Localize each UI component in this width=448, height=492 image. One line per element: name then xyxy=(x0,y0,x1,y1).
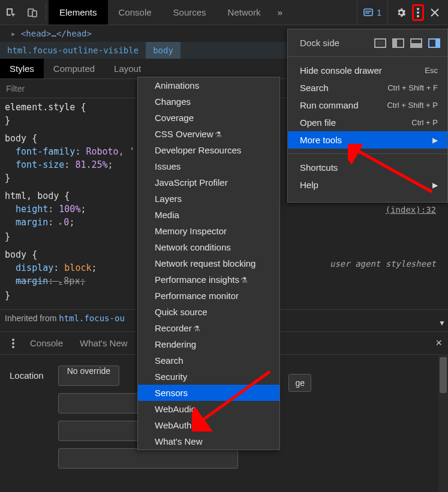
devtools-main-menu: Dock side Hide console drawerEsc SearchC… xyxy=(287,29,448,203)
user-agent-stylesheet-label: user agent stylesheet xyxy=(330,259,436,268)
submenu-item-memory-inspector[interactable]: Memory Inspector xyxy=(138,223,279,239)
svg-rect-3 xyxy=(365,11,371,12)
submenu-item-media[interactable]: Media xyxy=(138,207,279,223)
tab-styles[interactable]: Styles xyxy=(0,59,44,79)
scroll-down-icon[interactable]: ▼ xyxy=(438,319,446,327)
dock-bottom-icon[interactable] xyxy=(410,38,422,48)
kebab-menu-icon[interactable] xyxy=(416,7,420,18)
kebab-menu-highlight xyxy=(412,4,424,21)
submenu-item-quick-source[interactable]: Quick source xyxy=(138,304,279,320)
submenu-item-search[interactable]: Search xyxy=(138,352,279,369)
submenu-item-animations[interactable]: Animations xyxy=(138,77,279,93)
tab-sources[interactable]: Sources xyxy=(163,0,217,25)
breadcrumb-item[interactable]: html.focus-outline-visible xyxy=(0,42,146,59)
menu-help[interactable]: Help▶ xyxy=(288,176,447,194)
dock-left-icon[interactable] xyxy=(392,38,404,48)
source-link[interactable]: (index):32 xyxy=(386,205,436,215)
location-override-select[interactable]: No override xyxy=(58,366,119,386)
submenu-item-css-overview[interactable]: CSS Overview⚗ xyxy=(138,126,279,142)
settings-gear-icon[interactable] xyxy=(390,0,412,25)
menu-shortcuts[interactable]: Shortcuts xyxy=(288,159,447,176)
drawer-scroll-thumb[interactable] xyxy=(440,357,447,393)
submenu-item-webauthn[interactable]: WebAuthn xyxy=(138,417,279,433)
svg-point-5 xyxy=(417,8,419,10)
timezone-input[interactable] xyxy=(58,448,238,469)
experiment-flask-icon: ⚗ xyxy=(193,324,200,333)
device-toggle-icon[interactable] xyxy=(22,0,43,25)
dock-side-row: Dock side xyxy=(288,34,447,52)
drawer-kebab-icon[interactable] xyxy=(5,339,22,348)
submenu-item-network-request-blocking[interactable]: Network request blocking xyxy=(138,255,279,271)
drawer-tab-console[interactable]: Console xyxy=(22,338,71,348)
svg-rect-4 xyxy=(365,13,369,14)
menu-search[interactable]: SearchCtrl + Shift + F xyxy=(288,79,447,96)
submenu-item-security[interactable]: Security xyxy=(138,369,279,385)
drawer-close-icon[interactable]: × xyxy=(435,337,442,349)
dock-right-icon[interactable] xyxy=(428,38,440,48)
submenu-item-webaudio[interactable]: WebAudio xyxy=(138,401,279,417)
svg-rect-2 xyxy=(364,9,372,16)
issues-counter[interactable]: 1 xyxy=(357,0,388,25)
devtools-toolbar: Elements Console Sources Network » 1 xyxy=(0,0,448,25)
tab-layout[interactable]: Layout xyxy=(104,59,151,79)
manage-button-fragment[interactable]: ge xyxy=(288,374,311,392)
tab-elements[interactable]: Elements xyxy=(49,0,108,25)
submenu-item-javascript-profiler[interactable]: JavaScript Profiler xyxy=(138,174,279,191)
svg-point-7 xyxy=(417,15,419,17)
inspect-icon[interactable] xyxy=(0,0,22,25)
submenu-item-sensors[interactable]: Sensors xyxy=(138,385,279,401)
submenu-item-what-s-new[interactable]: What's New xyxy=(138,433,279,449)
dock-undock-icon[interactable] xyxy=(374,38,386,48)
tabs-overflow-icon[interactable]: » xyxy=(272,0,288,25)
submenu-item-recorder[interactable]: Recorder⚗ xyxy=(138,320,279,336)
breadcrumb-item[interactable]: body xyxy=(146,42,181,59)
close-devtools-icon[interactable] xyxy=(424,0,446,25)
svg-point-6 xyxy=(417,11,419,14)
submenu-item-rendering[interactable]: Rendering xyxy=(138,336,279,352)
submenu-item-coverage[interactable]: Coverage xyxy=(138,110,279,126)
submenu-item-layers[interactable]: Layers xyxy=(138,191,279,207)
drawer-tab-whatsnew[interactable]: What's New xyxy=(71,338,136,348)
submenu-item-performance-insights[interactable]: Performance insights⚗ xyxy=(138,271,279,288)
menu-run-command[interactable]: Run commandCtrl + Shift + P xyxy=(288,96,447,114)
tab-console[interactable]: Console xyxy=(108,0,163,25)
submenu-item-changes[interactable]: Changes xyxy=(138,93,279,110)
submenu-item-network-conditions[interactable]: Network conditions xyxy=(138,239,279,255)
menu-more-tools[interactable]: More tools▶ xyxy=(288,131,447,149)
tab-network[interactable]: Network xyxy=(217,0,272,25)
dock-side-label: Dock side xyxy=(300,38,339,48)
more-tools-submenu: AnimationsChangesCoverageCSS Overview⚗De… xyxy=(137,77,280,450)
submenu-item-developer-resources[interactable]: Developer Resources xyxy=(138,142,279,158)
svg-point-8 xyxy=(12,339,14,341)
svg-point-10 xyxy=(12,346,14,348)
submenu-item-issues[interactable]: Issues xyxy=(138,158,279,174)
svg-rect-1 xyxy=(32,11,37,17)
menu-hide-drawer[interactable]: Hide console drawerEsc xyxy=(288,62,447,79)
location-label: Location xyxy=(10,366,44,381)
experiment-flask-icon: ⚗ xyxy=(240,276,248,285)
tab-computed[interactable]: Computed xyxy=(44,59,104,79)
submenu-item-performance-monitor[interactable]: Performance monitor xyxy=(138,288,279,304)
experiment-flask-icon: ⚗ xyxy=(215,130,222,139)
svg-point-9 xyxy=(12,342,14,345)
menu-open-file[interactable]: Open fileCtrl + P xyxy=(288,114,447,131)
